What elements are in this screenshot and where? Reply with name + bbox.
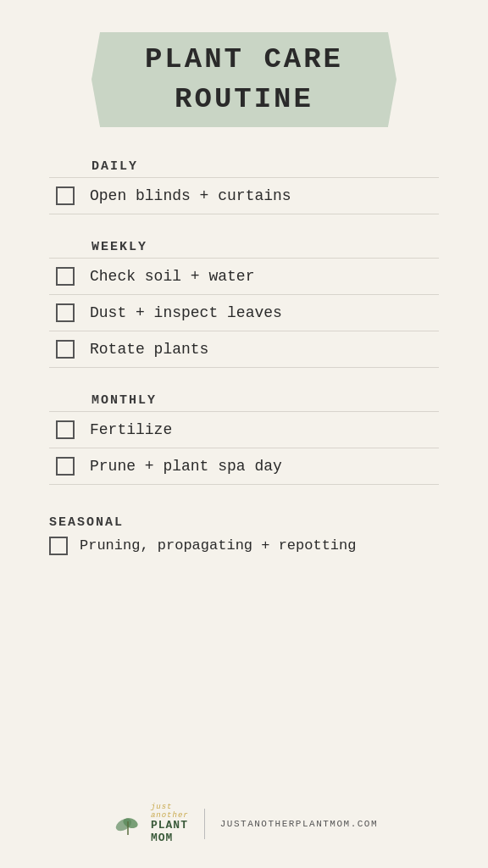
logo-text-block: just another PLANT MOM [151,804,189,844]
checkbox-6[interactable] [56,457,75,476]
item-text-4: Rotate plants [90,341,208,358]
section-label-weekly: WEEKLY [49,233,439,258]
list-item: Rotate plants [49,331,439,368]
item-text-7: Pruning, propagating + repotting [80,537,356,554]
logo-leaf-icon [110,806,146,842]
spacer-3 [49,502,439,515]
checkbox-3[interactable] [56,303,75,322]
item-text-6: Prune + plant spa day [90,458,282,475]
logo-plant-text: PLANT [151,820,189,832]
checkbox-7[interactable] [49,537,68,555]
list-item: Fertilize [49,411,439,448]
checkbox-2[interactable] [56,267,75,286]
section-label-daily: DAILY [49,153,439,177]
section-weekly: WEEKLY Check soil + water Dust + inspect… [49,233,439,368]
title-tape: PLANT CARE ROUTINE [100,32,388,127]
item-text-2: Check soil + water [90,268,254,285]
footer: just another PLANT MOM JUSTANOTHERPLANTM… [0,804,488,844]
footer-url: JUSTANOTHERPLANTMOM.COM [220,819,378,829]
title-line2: ROUTINE [127,82,361,117]
list-item: Open blinds + curtains [49,177,439,214]
footer-divider [204,809,205,839]
checkbox-5[interactable] [56,420,75,439]
list-item: Dust + inspect leaves [49,294,439,331]
list-item: Prune + plant spa day [49,448,439,485]
list-item: Check soil + water [49,258,439,294]
header-section: PLANT CARE ROUTINE [100,32,388,127]
logo-area: just another PLANT MOM [110,804,189,844]
item-text-5: Fertilize [90,421,172,438]
spacer-2 [49,373,439,387]
item-text-1: Open blinds + curtains [90,187,291,204]
title-line1: PLANT CARE [127,42,361,77]
section-seasonal: SEASONAL Pruning, propagating + repottin… [49,502,439,559]
checklist-container: DAILY Open blinds + curtains WEEKLY Chec… [49,153,439,490]
item-text-3: Dust + inspect leaves [90,304,282,321]
list-item: Pruning, propagating + repotting [49,533,439,559]
section-label-seasonal: SEASONAL [49,515,439,530]
section-label-monthly: MONTHLY [49,387,439,411]
spacer-1 [49,220,439,233]
section-daily: DAILY Open blinds + curtains [49,153,439,214]
section-monthly: MONTHLY Fertilize Prune + plant spa day [49,387,439,485]
checkbox-1[interactable] [56,186,75,205]
logo-mom-text: MOM [151,832,189,844]
checkbox-4[interactable] [56,340,75,359]
